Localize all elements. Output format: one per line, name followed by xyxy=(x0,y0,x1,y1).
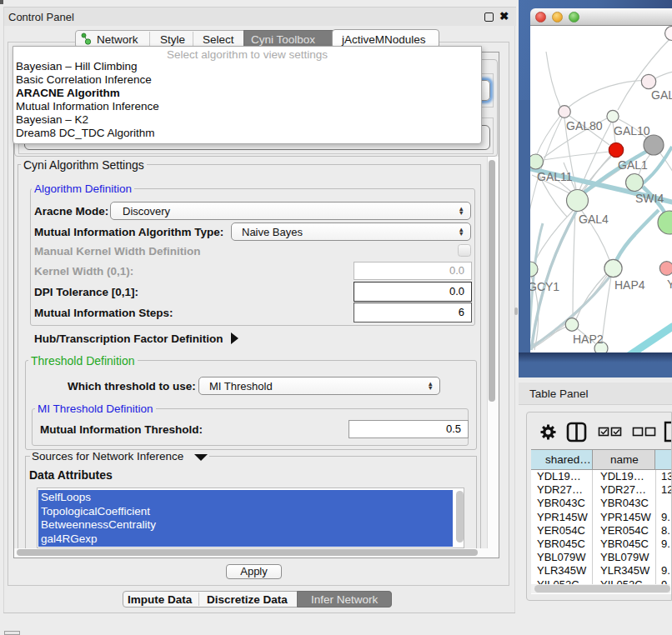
svg-text:HAP2: HAP2 xyxy=(573,332,604,346)
svg-text:GAL80: GAL80 xyxy=(566,119,603,132)
svg-text:GAL11: GAL11 xyxy=(537,170,573,183)
svg-text:GCY1: GCY1 xyxy=(530,280,559,293)
svg-text:HAP4: HAP4 xyxy=(614,278,645,292)
svg-text:GAL1: GAL1 xyxy=(618,158,648,172)
svg-text:SWI4: SWI4 xyxy=(635,192,664,205)
svg-text:YJ: YJ xyxy=(667,278,672,291)
svg-text:GAL4: GAL4 xyxy=(579,212,609,226)
svg-text:GAL2: GAL2 xyxy=(651,88,672,102)
svg-text:GAL10: GAL10 xyxy=(614,124,650,138)
